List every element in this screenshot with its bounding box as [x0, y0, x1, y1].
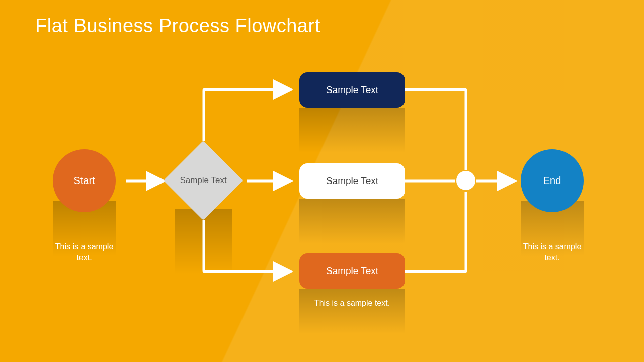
start-caption: This is a sample text.	[53, 241, 116, 263]
process-bottom-caption: This is a sample text.	[299, 298, 405, 309]
process-top-label: Sample Text	[326, 84, 378, 96]
end-label: End	[543, 175, 561, 187]
end-node: End	[521, 149, 584, 212]
process-node-top: Sample Text	[299, 72, 405, 108]
process-middle-label: Sample Text	[326, 175, 378, 187]
connector-join	[456, 171, 475, 190]
decision-node: Sample Text	[168, 145, 238, 216]
shadow-beam	[299, 289, 405, 334]
process-node-middle: Sample Text	[299, 163, 405, 199]
shadow-beam	[299, 108, 405, 153]
end-caption: This is a sample text.	[521, 241, 584, 263]
slide-title: Flat Business Process Flowchart	[35, 15, 320, 37]
process-node-bottom: Sample Text	[299, 253, 405, 289]
shadow-beam	[299, 199, 405, 244]
start-label: Start	[73, 175, 95, 187]
start-node: Start	[53, 149, 116, 212]
slide-canvas: Flat Business Process Flowchart	[0, 0, 644, 362]
decision-label: Sample Text	[176, 175, 231, 186]
process-bottom-label: Sample Text	[326, 265, 378, 277]
